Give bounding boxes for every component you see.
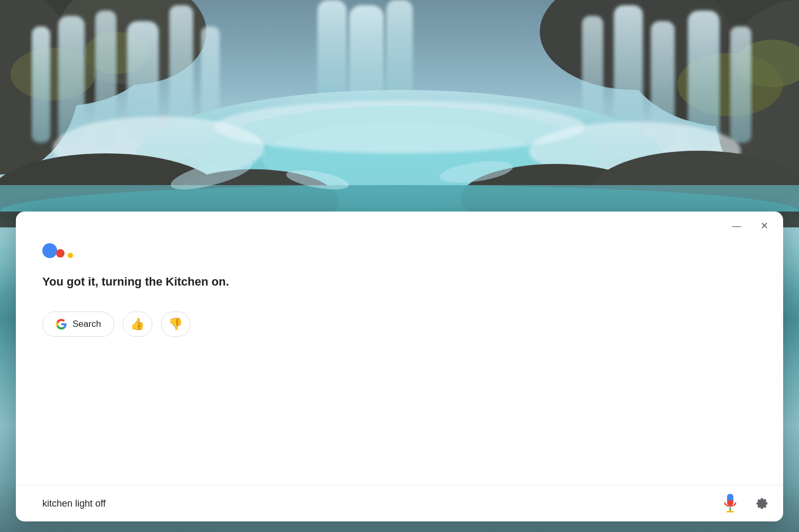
logo-dot-yellow (68, 253, 73, 258)
logo-dot-blue (42, 243, 57, 258)
search-button[interactable]: Search (42, 311, 114, 337)
minimize-button[interactable]: — (728, 219, 746, 233)
footer-icons (720, 493, 773, 514)
dialog-content: You got it, turning the Kitchen on. Sear… (16, 233, 783, 485)
microphone-button[interactable] (720, 493, 741, 514)
thumbs-down-button[interactable]: 👎 (161, 311, 190, 337)
svg-rect-12 (58, 16, 85, 143)
svg-rect-43 (727, 511, 734, 512)
dialog-footer: kitchen light off (16, 485, 783, 521)
google-g-logo (56, 318, 67, 330)
logo-dot-red (56, 249, 65, 258)
assistant-logo (42, 243, 757, 258)
thumbs-up-button[interactable]: 👍 (123, 311, 152, 337)
svg-rect-24 (730, 26, 751, 143)
svg-rect-44 (727, 494, 733, 500)
svg-rect-45 (727, 500, 733, 506)
close-button[interactable]: ✕ (756, 219, 773, 233)
settings-icon (755, 497, 769, 510)
input-text: kitchen light off (42, 498, 720, 509)
svg-point-30 (214, 100, 585, 153)
svg-rect-11 (32, 26, 50, 143)
search-button-label: Search (72, 319, 101, 329)
action-buttons: Search 👍 👎 (42, 311, 757, 337)
dialog-titlebar: — ✕ (16, 212, 783, 233)
settings-button[interactable] (751, 493, 773, 514)
assistant-dialog: — ✕ You got it, turning the Kitchen on. (16, 212, 783, 521)
svg-rect-17 (317, 0, 347, 106)
microphone-icon (723, 493, 738, 513)
assistant-message: You got it, turning the Kitchen on. (42, 274, 757, 290)
thumbs-up-icon: 👍 (130, 317, 144, 331)
thumbs-down-icon: 👎 (168, 317, 183, 331)
